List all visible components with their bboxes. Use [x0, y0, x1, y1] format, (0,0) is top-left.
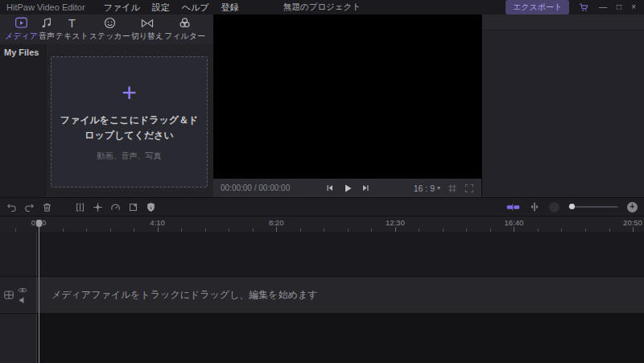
ruler-tick [514, 227, 514, 232]
ruler-tick [538, 229, 539, 232]
track-toggles [18, 287, 27, 304]
tab-audio[interactable]: 音声 [39, 16, 55, 42]
tab-text[interactable]: T テキスト [56, 16, 89, 42]
ruler-tick [443, 229, 444, 232]
ruler-tick [324, 229, 324, 232]
tab-transition[interactable]: 切り替え [131, 16, 163, 42]
zoom-out-icon[interactable]: − [549, 202, 559, 212]
timeline-ruler[interactable]: 0:004:108:2012:3016:4020:50 [0, 216, 644, 232]
tab-sticker[interactable]: ステッカー [89, 16, 130, 42]
play-button[interactable] [343, 184, 353, 193]
ruler-tick [561, 229, 562, 232]
menu-file[interactable]: ファイル [104, 2, 140, 14]
speaker-icon[interactable] [19, 296, 27, 304]
tab-filter[interactable]: フィルター [164, 16, 205, 42]
menu-register[interactable]: 登録 [221, 2, 238, 14]
export-button[interactable]: エクスポート [506, 0, 569, 14]
my-files-tab[interactable]: My Files [0, 44, 45, 60]
ruler-label: 4:10 [150, 218, 165, 227]
slider-handle[interactable] [569, 204, 575, 209]
ruler-tick [229, 229, 229, 232]
ruler-tick [371, 229, 372, 232]
undo-icon[interactable] [6, 202, 17, 212]
track-header [0, 314, 37, 363]
ruler-label: 20:50 [623, 218, 642, 227]
file-tree-column: My Files [0, 44, 46, 197]
timeline-placeholder-message: メディアファイルをトラックにドラッグし、編集を始めます [52, 288, 317, 302]
sticker-icon [104, 16, 116, 30]
ruler-tick [15, 229, 16, 232]
file-dropzone[interactable]: + ファイルをここにドラッグ＆ド ロップしてください 動画、音声、写真 [51, 56, 208, 188]
split-icon[interactable] [75, 202, 85, 212]
timeline-toolbar: − + [0, 197, 644, 216]
video-preview [213, 14, 481, 179]
ruler-tick [633, 227, 634, 232]
titlebar-right: エクスポート — □ × [506, 0, 644, 14]
trash-icon[interactable] [42, 202, 52, 212]
titlebar-left: HitPaw Video Editor ファイル 設定 ヘルプ 登録 [0, 2, 238, 14]
timeline-view-controls: − + [506, 202, 638, 212]
next-frame-button[interactable] [361, 184, 370, 192]
maximize-button[interactable]: □ [617, 3, 621, 11]
menu-help[interactable]: ヘルプ [182, 2, 209, 14]
aspect-ratio-dropdown[interactable]: 16 : 9 ▾ [414, 184, 440, 193]
crop-frame-icon[interactable] [448, 184, 457, 193]
properties-panel-header [482, 14, 644, 31]
menu-settings[interactable]: 設定 [152, 2, 170, 14]
ruler-tick [300, 229, 301, 232]
playhead-handle[interactable] [36, 220, 42, 227]
track-row: メディアファイルをトラックにドラッグし、編集を始めます [0, 276, 644, 314]
plus-icon: + [122, 82, 137, 103]
eye-icon[interactable] [18, 287, 27, 294]
main-content: メディア 音声 T テキスト [0, 14, 644, 197]
ruler-tick [86, 229, 87, 232]
redo-icon[interactable] [24, 202, 35, 212]
track-header [0, 277, 37, 313]
snap-icon[interactable] [529, 202, 540, 212]
tracks-view-icon[interactable] [506, 203, 520, 212]
dropzone-text: ファイルをここにドラッグ＆ド ロップしてください [60, 113, 199, 142]
project-title: 無題のプロジェクト [283, 2, 361, 13]
ruler-tick [134, 229, 134, 232]
file-browser: My Files + ファイルをここにドラッグ＆ド ロップしてください 動画、音… [0, 44, 213, 197]
music-note-icon [40, 16, 52, 30]
tab-label: テキスト [56, 31, 89, 42]
ruler-tick [253, 229, 254, 232]
playhead-line [39, 227, 39, 363]
track-lane [37, 314, 644, 363]
cart-icon[interactable] [579, 2, 589, 13]
shield-icon[interactable] [146, 202, 156, 212]
ruler-tick [110, 229, 111, 232]
ruler-tick [609, 229, 610, 232]
playhead[interactable] [35, 220, 43, 363]
media-library-panel: + ファイルをここにドラッグ＆ド ロップしてください 動画、音声、写真 [46, 44, 213, 197]
fullscreen-icon[interactable] [464, 184, 474, 193]
timeline-zoom-slider[interactable] [568, 206, 618, 208]
track-row [0, 232, 644, 276]
media-pane: メディア 音声 T テキスト [0, 14, 213, 197]
zoom-in-icon[interactable]: + [627, 202, 638, 212]
tab-media[interactable]: メディア [5, 16, 38, 42]
track-lane [37, 232, 644, 276]
ruler-tick [490, 229, 491, 232]
chevron-down-icon: ▾ [437, 184, 440, 192]
tab-label: 切り替え [131, 31, 163, 42]
crop-icon[interactable] [128, 202, 138, 212]
filter-icon [179, 16, 191, 30]
close-button[interactable]: × [631, 3, 636, 11]
titlebar: HitPaw Video Editor ファイル 設定 ヘルプ 登録 無題のプロ… [0, 0, 644, 14]
minimize-button[interactable]: — [599, 3, 607, 11]
tab-label: メディア [5, 31, 38, 42]
transition-icon [141, 16, 154, 30]
video-track-icon [4, 291, 14, 299]
ruler-tick [181, 229, 182, 232]
dropzone-hint: 動画、音声、写真 [97, 151, 162, 162]
ruler-tick [276, 227, 277, 232]
previous-frame-button[interactable] [325, 184, 334, 192]
time-display: 00:00:00 / 00:00:00 [221, 184, 290, 192]
media-icon [14, 16, 28, 30]
playback-controls: 00:00:00 / 00:00:00 16 : 9 ▾ [213, 179, 481, 197]
speed-icon[interactable] [110, 202, 121, 212]
preview-pane: 00:00:00 / 00:00:00 16 : 9 ▾ [213, 14, 481, 197]
crosshair-icon[interactable] [93, 202, 103, 212]
